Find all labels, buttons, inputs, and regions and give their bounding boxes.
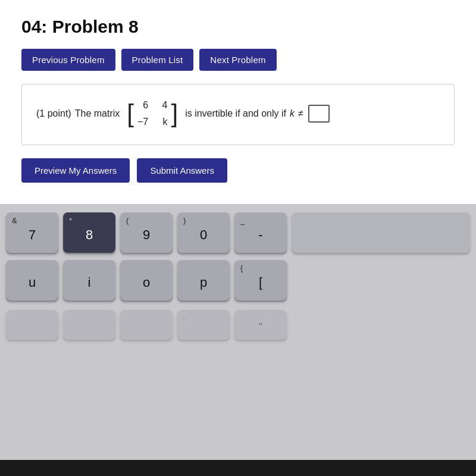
nav-button-row: Previous Problem Problem List Next Probl… bbox=[21, 49, 455, 71]
key-7[interactable]: & 7 bbox=[6, 212, 58, 253]
submit-answers-button[interactable]: Submit Answers bbox=[137, 158, 227, 183]
keyboard-row-numbers: & 7 * 8 ( 9 ) 0 _ - bbox=[6, 212, 470, 253]
problem-text-before: The matrix bbox=[75, 106, 120, 121]
problem-list-button[interactable]: Problem List bbox=[121, 49, 194, 71]
key-9-top: ( bbox=[126, 216, 129, 225]
key-bracket[interactable]: { [ bbox=[234, 260, 287, 300]
key-o[interactable]: o bbox=[120, 260, 173, 300]
problem-points: (1 point) bbox=[36, 106, 71, 121]
key-bottom-4-top: . bbox=[183, 314, 185, 321]
key-0-top: ) bbox=[183, 216, 186, 225]
key-7-main: 7 bbox=[29, 227, 36, 243]
problem-text-after: is invertible if and only if bbox=[185, 106, 286, 121]
action-row: Preview My Answers Submit Answers bbox=[21, 158, 455, 183]
problem-box: (1 point) The matrix [ 6 4 −7 k ] is inv… bbox=[21, 84, 455, 145]
key-bottom-1[interactable] bbox=[6, 310, 58, 340]
keyboard-area: & 7 * 8 ( 9 ) 0 _ - u i o bbox=[0, 204, 476, 460]
key-bottom-2[interactable] bbox=[63, 310, 115, 340]
key-bottom-3[interactable] bbox=[120, 310, 173, 340]
key-minus-main: - bbox=[258, 227, 262, 243]
answer-input[interactable] bbox=[308, 105, 330, 123]
matrix-grid: 6 4 −7 k bbox=[135, 96, 170, 130]
bracket-right: ] bbox=[171, 101, 178, 126]
problem-variable: k bbox=[290, 106, 295, 121]
content-area: 04: Problem 8 Previous Problem Problem L… bbox=[0, 0, 476, 204]
keyboard-row-letters: u i o p { [ bbox=[6, 260, 470, 300]
keyboard-row-bottom: . " bbox=[6, 310, 470, 340]
key-u-main: u bbox=[29, 275, 36, 290]
matrix-r2c1: −7 bbox=[137, 114, 148, 130]
key-p-main: p bbox=[200, 275, 207, 290]
key-8-main: 8 bbox=[86, 227, 93, 243]
matrix-r1c1: 6 bbox=[137, 98, 148, 113]
key-i[interactable]: i bbox=[63, 260, 115, 300]
key-0-main: 0 bbox=[200, 227, 207, 243]
key-bracket-main: [ bbox=[259, 275, 262, 290]
matrix-r1c2: 4 bbox=[156, 98, 167, 113]
preview-answers-button[interactable]: Preview My Answers bbox=[21, 158, 130, 183]
key-i-main: i bbox=[88, 275, 91, 290]
matrix-r2c2: k bbox=[156, 114, 167, 130]
matrix-container: [ 6 4 −7 k ] bbox=[126, 96, 179, 130]
key-partial-right[interactable] bbox=[292, 212, 470, 253]
previous-problem-button[interactable]: Previous Problem bbox=[21, 49, 115, 71]
key-8-top: * bbox=[69, 216, 72, 225]
key-9[interactable]: ( 9 bbox=[120, 212, 173, 253]
key-7-top: & bbox=[12, 216, 17, 225]
key-0[interactable]: ) 0 bbox=[177, 212, 230, 253]
next-problem-button[interactable]: Next Problem bbox=[199, 49, 276, 71]
key-bottom-4[interactable]: . bbox=[177, 310, 230, 340]
page-title: 04: Problem 8 bbox=[21, 17, 455, 37]
key-u[interactable]: u bbox=[6, 260, 58, 300]
key-minus-top: _ bbox=[240, 216, 245, 225]
key-bottom-5[interactable]: " bbox=[234, 310, 287, 340]
key-9-main: 9 bbox=[143, 227, 150, 243]
key-bottom-5-main: " bbox=[259, 322, 262, 333]
key-p[interactable]: p bbox=[177, 260, 230, 300]
key-bracket-top: { bbox=[240, 264, 243, 273]
problem-text: (1 point) The matrix [ 6 4 −7 k ] is inv… bbox=[36, 96, 440, 130]
key-o-main: o bbox=[143, 275, 150, 290]
bracket-left: [ bbox=[127, 101, 134, 126]
key-minus[interactable]: _ - bbox=[234, 212, 287, 253]
problem-inequality: ≠ bbox=[298, 106, 303, 121]
key-8[interactable]: * 8 bbox=[63, 212, 115, 253]
